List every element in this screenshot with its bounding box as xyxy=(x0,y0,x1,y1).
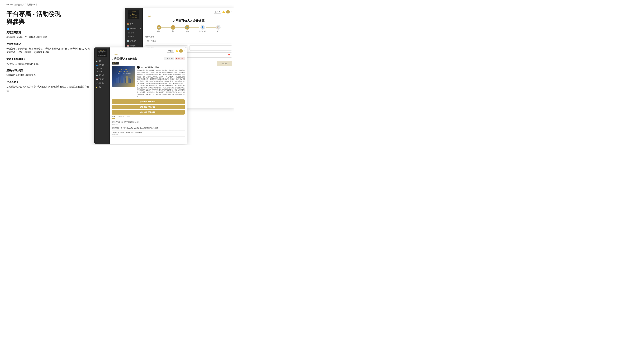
social-icon-front: 🔗 xyxy=(96,82,98,84)
sidebar-logo-front: GBATAGreater Bay Area Hong Kong & MacauT… xyxy=(97,49,107,57)
ui-panels: GBATAGreater Bay Area Hong Kong & MacauT… xyxy=(94,5,234,143)
event-image-line3: TALLENT SSEMMNAN xyxy=(116,72,130,74)
ann-text-2: 活動已開放申請！望請根據自身參加會議的目的的選擇填寫的表格，謝謝！ xyxy=(112,127,185,129)
events-icon-back: 📅 xyxy=(127,45,129,47)
brand-name: GBATA社群交流及商貿對接平台 xyxy=(6,3,90,6)
conf-header-front: 大灣區科技人才合作會議 ↗ 分享活動 ♥ 分享活動 xyxy=(112,57,185,60)
status-badge: 進行中 xyxy=(112,62,119,64)
city-skyline-svg xyxy=(114,74,134,84)
sidebar-item-events-front[interactable]: 📅 活動資訊 xyxy=(94,77,110,81)
sidebar-item-home-back[interactable]: 🏠 首页 xyxy=(125,21,143,26)
tabs-section: 公告 詳細資訊 評論 xyxy=(112,115,185,119)
notification-icon-front[interactable]: 🔔 xyxy=(175,49,178,52)
join-btn-representative[interactable]: 參加會議（以附代表） xyxy=(112,99,185,104)
dropdown-arrow-front[interactable]: ▾ xyxy=(184,50,185,52)
svg-rect-7 xyxy=(126,76,128,83)
feature-registration: 便捷報名系統： 一鍵報名，操作簡便，無需繁瑣過程。系統將自動利用用戶已存於系統中… xyxy=(6,42,90,54)
svg-rect-8 xyxy=(128,78,130,83)
sidebar-logo-back: GBATAGreater Bay Area Hong Kong & MacauT… xyxy=(128,10,140,19)
phone-input[interactable] xyxy=(189,45,232,50)
feature-realtime-notify: 實時更新與通知： 保持用戶對活動最新狀況的了解。 xyxy=(6,58,90,66)
next-button[interactable]: Next xyxy=(217,61,232,66)
feature-desc-1: 持續更新的活動列表，隨時提供最新信息。 xyxy=(6,35,90,39)
ann-text-3: 活動將在2024年4月01日開放申請，敬請期待！ xyxy=(112,132,185,134)
companion-name-input[interactable] xyxy=(145,39,232,43)
home-icon-front: 🏠 xyxy=(96,60,98,62)
step-connector-4 xyxy=(206,27,216,28)
join-btn-participant[interactable]: 參加會議（活動人員） xyxy=(112,110,185,115)
feature-event-info: 豐富的活動資訊： 輕鬆存取活動細節和必要文件。 xyxy=(6,69,90,77)
sidebar-sub-profile-back[interactable]: 個人資料 xyxy=(125,31,143,35)
svg-rect-4 xyxy=(121,76,123,83)
svg-rect-3 xyxy=(119,78,120,83)
feature-realtime-update: 實時活動更新： 持續更新的活動列表，隨時提供最新信息。 xyxy=(6,31,90,39)
svg-rect-2 xyxy=(118,77,119,83)
company-icon-front: 🏢 xyxy=(96,74,98,76)
event-image: GRATER BAY AREA TALLENT SSEMMNAN xyxy=(112,66,135,87)
calendar-icon: 📅 xyxy=(228,54,230,56)
step-circle-5: 📋 xyxy=(216,25,220,29)
step-connector-1 xyxy=(161,27,171,28)
sidebar-item-user-mgmt-back[interactable]: 👥 用戶管理 ▾ xyxy=(125,26,143,31)
sidebar-logo-text-front: GBATAGreater Bay Area Hong Kong & MacauT… xyxy=(97,50,107,56)
event-image-title: GRATER xyxy=(120,69,127,70)
sidebar-item-company-back[interactable]: 🏢 管理公司 xyxy=(125,38,143,43)
notification-icon-back[interactable]: 🔔 xyxy=(222,10,225,13)
sidebar-sub-points-back[interactable]: 用戶點數 xyxy=(125,35,143,38)
svg-rect-5 xyxy=(123,77,124,83)
step-circle-4: 👤 xyxy=(200,25,205,29)
svg-rect-6 xyxy=(124,78,126,83)
sidebar-logo-text: GBATAGreater Bay Area Hong Kong & MacauT… xyxy=(128,11,140,18)
feature-community: 社區互動： 活動後提供評論和討論的平台, 助於建立以興趣為基礎的社區，促進持續的… xyxy=(6,80,90,92)
avatar-front[interactable] xyxy=(179,49,183,53)
back-nav-back[interactable]: Back xyxy=(145,15,232,17)
companion-name-section: 隨行人姓名 xyxy=(145,35,232,43)
step-summary: 📋 摘要 xyxy=(216,25,220,32)
sidebar-sub-points-front[interactable]: 用戶點數 xyxy=(94,70,110,73)
dropdown-arrow-back[interactable]: ▾ xyxy=(231,11,232,13)
step-detail: 🏠 詳情 xyxy=(157,25,161,32)
share-button[interactable]: ↗ 分享活動 xyxy=(164,57,174,60)
feature-title-3: 實時更新與通知： xyxy=(6,58,90,61)
tab-announcement[interactable]: 公告 xyxy=(112,115,115,119)
user-icon-front: 👥 xyxy=(96,64,98,66)
sidebar-item-home-front[interactable]: 🏠 首页 xyxy=(94,59,110,63)
join-btn-companion[interactable]: 參加會議（帶隨人員） xyxy=(112,105,185,109)
ann-date-1: 03/04/2024 xyxy=(112,124,185,125)
step-companion: 👤 隨行人資料 xyxy=(199,25,206,32)
sidebar-item-notify-front[interactable]: 🔔 通知 xyxy=(94,85,110,89)
back-nav-front[interactable]: Back xyxy=(112,54,185,56)
svg-rect-9 xyxy=(130,79,131,83)
sidebar-item-company-front[interactable]: 🏢 管理公司 xyxy=(94,73,110,77)
organizer-name: GBATA 大灣區港澳人才協會 xyxy=(141,66,159,68)
avatar-back[interactable] xyxy=(226,10,230,13)
event-body: GRATER BAY AREA TALLENT SSEMMNAN xyxy=(112,66,185,98)
sidebar-item-social-front[interactable]: 🔗 社交系絡 xyxy=(94,81,110,85)
conf-actions: ↗ 分享活動 ♥ 分享活動 xyxy=(164,57,185,60)
sidebar-sub-profile-front[interactable]: 個人資料 xyxy=(94,67,110,70)
step-connector-3 xyxy=(190,27,199,28)
feature-title-2: 便捷報名系統： xyxy=(6,42,90,45)
sidebar-front: GBATAGreater Bay Area Hong Kong & MacauT… xyxy=(94,47,110,144)
organizer-avatar: G xyxy=(137,66,140,69)
lang-switcher-front[interactable]: 中文 ▾ xyxy=(167,49,174,53)
conf-title-back: 大灣區科技人才合作會議 xyxy=(145,19,232,22)
sidebar-item-user-front[interactable]: 👥 用戶管理 ▾ xyxy=(94,63,110,67)
event-detail-main: 中文 ▾ 🔔 ▾ Back 大灣區科技人才合作會議 ↗ 分享活動 ♥ 分享活動 xyxy=(110,47,187,144)
event-description: G GBATA 大灣區港澳人才協會 大灣區科技人才合作會議是一個專為大灣區港澳大… xyxy=(137,66,185,98)
announcement-1: 活動將訂於香港維多利亞國際會議中心舉行。 03/04/2024 xyxy=(112,120,185,126)
tab-comments[interactable]: 評論 xyxy=(127,115,130,119)
home-icon-back: 🏠 xyxy=(127,23,129,25)
phone-section xyxy=(189,45,232,50)
step-circle-2: 📍 xyxy=(171,25,175,29)
companion-name-label: 隨行人姓名 xyxy=(145,35,232,38)
feature-desc-3: 保持用戶對活動最新狀況的了解。 xyxy=(6,62,90,66)
feature-desc-4: 輕鬆存取活動細節和必要文件。 xyxy=(6,73,90,77)
announcement-2: 活動已開放申請！望請根據自身參加會議的目的的選擇填寫的表格，謝謝！ xyxy=(112,126,185,131)
lang-switcher-back[interactable]: 中文 ▾ xyxy=(214,10,221,13)
progress-steps: 🏠 詳情 📍 地址 ⚙️ 服務 👤 隨行人資料 xyxy=(145,25,232,32)
collect-button[interactable]: ♥ 分享活動 xyxy=(175,57,185,60)
bottom-divider xyxy=(6,132,74,132)
ann-date-3: 02/09/2024 xyxy=(112,134,185,135)
tab-detail[interactable]: 詳細資訊 xyxy=(118,115,124,119)
